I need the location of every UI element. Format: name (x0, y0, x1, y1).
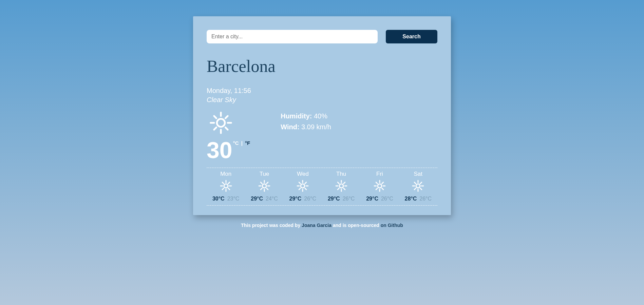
current-weather-row: 30 °C | °F Humidity: 40% Wind: 3.09 km/h (207, 109, 437, 161)
svg-line-35 (305, 182, 306, 184)
forecast-temps: 30°C23°C (207, 196, 245, 202)
search-row: Search (207, 30, 437, 43)
svg-point-27 (301, 184, 305, 188)
sun-svg-small (411, 179, 425, 193)
forecast-temp-high: 29°C (251, 196, 263, 202)
forecast-day-label: Sat (399, 171, 437, 177)
sun-svg (207, 109, 235, 137)
unit-celsius[interactable]: °C (233, 140, 239, 146)
wind-value: 3.09 km/h (300, 123, 331, 131)
svg-line-23 (261, 182, 262, 184)
forecast-section: Mon 30°C23°C Tue 29°C24°C Wed (207, 168, 437, 206)
wind-label: Wind: (281, 123, 299, 131)
forecast-day-label: Wed (284, 171, 322, 177)
humidity-value: 40% (312, 112, 327, 120)
forecast-temp-high: 29°C (366, 196, 378, 202)
svg-line-42 (343, 188, 345, 190)
sun-svg-small (373, 179, 387, 193)
github-link[interactable]: on Github (381, 223, 403, 228)
forecast-day-label: Tue (245, 171, 283, 177)
forecast-temps: 29°C26°C (360, 196, 399, 202)
forecast-row: Mon 30°C23°C Tue 29°C24°C Wed (207, 171, 437, 202)
sun-svg-small (219, 179, 233, 193)
sun-svg-small (257, 179, 271, 193)
humidity-row: Humidity: 40% (281, 111, 331, 121)
svg-line-6 (225, 127, 228, 130)
footer-pre: This project was coded by (241, 223, 302, 228)
wind-row: Wind: 3.09 km/h (281, 121, 331, 132)
weather-condition: Clear Sky (207, 96, 437, 104)
author-link[interactable]: Joana Garcia (302, 223, 332, 228)
svg-line-7 (214, 127, 216, 130)
temperature-value: 30 (207, 138, 232, 161)
date-time: Monday, 11:56 (207, 87, 437, 95)
unit-toggle: °C | °F (233, 140, 250, 146)
city-name: Barcelona (207, 56, 437, 76)
forecast-day: Fri 29°C26°C (360, 171, 399, 202)
current-left: 30 °C | °F (207, 109, 250, 161)
forecast-day: Thu 29°C26°C (322, 171, 360, 202)
sun-icon (360, 179, 399, 194)
svg-point-9 (224, 184, 228, 188)
svg-line-8 (225, 116, 228, 118)
city-search-input[interactable] (207, 30, 378, 43)
humidity-label: Humidity: (281, 112, 312, 120)
forecast-day: Sat 28°C26°C (399, 171, 437, 202)
svg-point-54 (416, 184, 420, 188)
svg-line-16 (222, 188, 224, 190)
forecast-temps: 29°C26°C (322, 196, 360, 202)
forecast-temp-high: 28°C (405, 196, 417, 202)
sun-icon (322, 179, 360, 194)
svg-line-44 (343, 182, 345, 184)
forecast-temp-low: 23°C (227, 196, 240, 202)
forecast-day-label: Mon (207, 171, 245, 177)
forecast-temp-low: 26°C (343, 196, 355, 202)
svg-line-59 (414, 182, 416, 184)
svg-line-33 (305, 188, 306, 190)
weather-card: Search Barcelona Monday, 11:56 Clear Sky (193, 16, 451, 215)
forecast-temp-low: 26°C (304, 196, 316, 202)
sun-icon (245, 179, 283, 194)
forecast-temps: 28°C26°C (399, 196, 437, 202)
forecast-day: Mon 30°C23°C (207, 171, 245, 202)
svg-point-0 (217, 119, 225, 127)
sun-icon (399, 179, 437, 194)
svg-line-53 (382, 182, 383, 184)
search-button[interactable]: Search (386, 30, 437, 43)
svg-line-14 (222, 182, 224, 184)
svg-line-25 (261, 188, 262, 190)
svg-line-15 (228, 188, 229, 190)
svg-point-45 (378, 184, 382, 188)
svg-line-43 (338, 188, 339, 190)
svg-line-51 (382, 188, 383, 190)
forecast-temp-low: 24°C (266, 196, 278, 202)
svg-line-17 (228, 182, 229, 184)
svg-point-18 (262, 184, 266, 188)
svg-line-61 (414, 188, 416, 190)
forecast-day-label: Fri (360, 171, 399, 177)
svg-line-60 (420, 188, 422, 190)
svg-line-41 (338, 182, 339, 184)
svg-line-34 (299, 188, 300, 190)
svg-point-36 (339, 184, 343, 188)
svg-line-52 (376, 188, 377, 190)
forecast-temp-high: 29°C (289, 196, 302, 202)
footer: This project was coded by Joana Garcia a… (241, 223, 403, 228)
unit-separator: | (240, 140, 244, 146)
forecast-temps: 29°C24°C (245, 196, 283, 202)
forecast-day-label: Thu (322, 171, 360, 177)
unit-fahrenheit[interactable]: °F (245, 140, 250, 146)
weather-stats: Humidity: 40% Wind: 3.09 km/h (281, 109, 331, 161)
svg-line-50 (376, 182, 377, 184)
svg-line-62 (420, 182, 422, 184)
forecast-temp-low: 26°C (419, 196, 432, 202)
forecast-temp-high: 29°C (328, 196, 340, 202)
forecast-temp-high: 30°C (212, 196, 225, 202)
svg-line-5 (214, 116, 216, 118)
sun-svg-small (334, 179, 348, 193)
temperature-row: 30 °C | °F (207, 138, 250, 161)
sun-icon (207, 179, 245, 194)
forecast-temps: 29°C26°C (284, 196, 322, 202)
svg-line-26 (267, 182, 268, 184)
svg-line-24 (267, 188, 268, 190)
